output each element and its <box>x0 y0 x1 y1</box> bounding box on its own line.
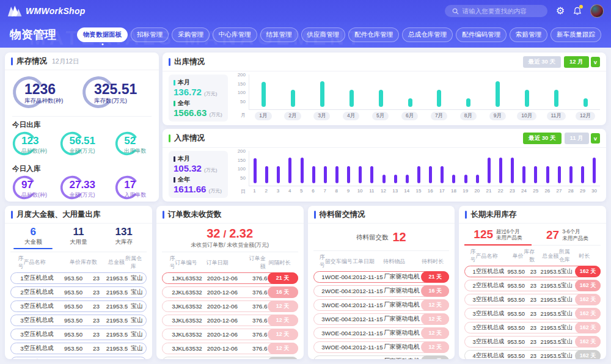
tab-big-amount[interactable]: 6 大金额 <box>10 227 56 252</box>
x-label: 11月 <box>541 112 571 120</box>
table-row[interactable]: 4空压机总成953.502321953.5宝山 <box>10 357 147 359</box>
table-cell: 厂家驱动电机 <box>384 357 421 359</box>
x-axis-unit: 日 <box>233 188 249 195</box>
table-row[interactable]: 3JKL635322020-12-06376.612 天 <box>162 315 298 326</box>
table-row[interactable]: 3WOE-00412012-11-15厂家驱动电机12 天 <box>313 299 450 311</box>
x-label: 20 <box>471 188 483 195</box>
nav-tab-10[interactable]: 索赔管理 <box>510 27 547 42</box>
duration-badge: 12 天 <box>268 300 298 312</box>
nav-tab-9[interactable]: 配件编码管理 <box>456 27 507 42</box>
notifications-bell-icon[interactable] <box>573 7 582 16</box>
column-header: 序号 <box>15 255 23 271</box>
user-avatar[interactable] <box>590 4 604 18</box>
table-row[interactable]: 1WOE-00412012-11-15厂家驱动电机21 天 <box>313 271 450 283</box>
nav-tab-1[interactable]: 物资数据面板 <box>77 27 128 42</box>
tab-3-6-months[interactable]: 27 3-6个月未用产品类 <box>534 228 601 245</box>
outbound-today-stats: 123品种数(种)56.51金额(万元)52出库单数 <box>12 131 152 161</box>
table-row[interactable]: 1空压机总成953.502321953.5宝山162 天 <box>464 266 601 277</box>
duration-badge: 12 天 <box>268 329 298 340</box>
stat-tick <box>174 101 175 106</box>
table-row[interactable]: 4空压机总成953.502321953.5宝山162 天 <box>464 350 601 359</box>
big-outbound-card: 月度大金额、大用量出库 6 大金额 11 大用量 131 大库存 <box>5 206 152 359</box>
duration-badge: 16 天 <box>421 285 449 297</box>
table-row[interactable]: 3JKL635322020-12-06376.612 天 <box>162 343 298 354</box>
nav-tab-4[interactable]: 中心库管理 <box>213 27 257 42</box>
table-cell: 953.50 <box>57 345 82 352</box>
table-cell: 3 <box>15 317 24 324</box>
x-label: 2 <box>260 188 272 195</box>
month-select-button[interactable]: 11 月 <box>565 133 589 144</box>
table-row[interactable]: 3空压机总成953.502321953.5宝山 <box>10 315 147 326</box>
table-cell: 厂家驱动电机 <box>384 315 421 323</box>
table-cell: 376.6 <box>246 317 267 324</box>
notification-dot <box>579 5 583 9</box>
column-header: 总金额 <box>535 252 558 260</box>
nav-tab-8[interactable]: 总成仓库管理 <box>402 27 453 42</box>
table-cell: 1 <box>15 275 24 282</box>
table-row[interactable]: 4WOE-00412012-11-15厂家驱动电机12 天 <box>313 355 450 359</box>
table-row[interactable]: 3空压机总成953.502321953.5宝山162 天 <box>464 294 601 305</box>
month-stat-unit: (万元) <box>204 167 217 173</box>
tab-over-6-months[interactable]: 125 超过6个月未用产品类 <box>464 228 531 246</box>
settings-gear-icon[interactable]: ⚙ <box>556 6 565 16</box>
search-icon <box>452 8 459 15</box>
y-tick: 50 <box>240 99 246 104</box>
card-title: 待料留交情况 <box>320 209 365 220</box>
table-row[interactable]: 3WOE-00412012-11-15厂家驱动电机12 天 <box>313 341 450 353</box>
table-cell: 3 <box>318 344 325 351</box>
card-accent <box>11 211 13 219</box>
pending-material-card: 待料留交情况 待料留交数 12 序号留交车编号工单日期待料物品待料时长1WOE-… <box>308 206 455 359</box>
table-cell: 空压机总成 <box>24 288 58 296</box>
table-row[interactable]: 3空压机总成953.502321953.5宝山 <box>10 329 147 340</box>
nav-tab-3[interactable]: 采购管理 <box>172 27 210 42</box>
table-row[interactable]: 3空压机总成953.502321953.5宝山162 天 <box>464 336 601 348</box>
tab-big-usage[interactable]: 11 大用量 <box>56 227 101 252</box>
tab-label-line1: 3-6个月 <box>562 228 580 235</box>
month-dropdown-caret[interactable]: v <box>591 57 600 67</box>
table-cell: 1 <box>166 275 175 282</box>
month-dropdown-caret[interactable]: v <box>591 133 600 144</box>
stat: 56.51金额(万元) <box>60 131 115 161</box>
unused-tabs: 125 超过6个月未用产品类 27 3-6个月未用产品类 <box>464 224 601 246</box>
table-row[interactable]: 2空压机总成953.502321953.5宝山162 天 <box>464 280 601 291</box>
stat-separator: / <box>223 228 226 240</box>
nav-tab-11[interactable]: 新车质量跟踪 <box>551 27 601 42</box>
nav-tab-7[interactable]: 配件仓库管理 <box>348 27 399 42</box>
table-cell: JKL63532 <box>175 303 207 310</box>
table-row[interactable]: 3空压机总成953.502321953.5宝山 <box>10 300 147 312</box>
table-row[interactable]: 3JKL635322020-12-06376.612 天 <box>162 329 298 340</box>
table-row[interactable]: 2WOE-00412012-11-15厂家驱动电机16 天 <box>313 285 450 297</box>
nav-tab-5[interactable]: 结算管理 <box>260 27 298 42</box>
duration-badge: 12 天 <box>421 355 449 359</box>
card-accent <box>163 211 164 219</box>
table-row[interactable]: 3WOE-00412012-11-15厂家驱动电机12 天 <box>313 313 450 325</box>
table-row[interactable]: 4JKL635322020-12-06376.612 天 <box>162 357 298 359</box>
nav-tab-6[interactable]: 供应商管理 <box>301 27 346 42</box>
stat: 123品种数(种) <box>12 131 60 161</box>
x-label: 12 <box>378 188 389 195</box>
x-label: 19 <box>459 188 471 195</box>
table-row[interactable]: 2JKL635322020-12-06376.616 天 <box>162 286 298 298</box>
table-cell: 宝山 <box>128 288 146 296</box>
table-row[interactable]: 3空压机总成953.502321953.5宝山162 天 <box>464 322 601 333</box>
recent-30-days-button[interactable]: 最近 30 天 <box>523 56 561 68</box>
month-select-button[interactable]: 12 月 <box>564 56 589 68</box>
table-row[interactable]: 3空压机总成953.502321953.5宝山 <box>10 343 147 354</box>
table-row[interactable]: 3WOE-00412012-11-15厂家驱动电机12 天 <box>313 327 450 339</box>
table-cell: 2020-12-06 <box>207 331 246 338</box>
table-row[interactable]: 3JKL635322020-12-06376.612 天 <box>162 300 298 312</box>
search-input[interactable] <box>463 7 536 15</box>
chart-bar <box>335 166 338 183</box>
tab-big-stock[interactable]: 131 大库存 <box>101 227 147 252</box>
search-box[interactable] <box>445 5 547 17</box>
table-row[interactable]: 1JKL635322020-12-06376.621 天 <box>162 272 298 284</box>
duration-badge: 162 天 <box>575 322 601 333</box>
table-row[interactable]: 1空压机总成953.502321953.5宝山 <box>10 272 147 284</box>
table-cell: 3 <box>15 303 24 310</box>
table-row[interactable]: 3空压机总成953.502321953.5宝山162 天 <box>464 308 601 319</box>
table-row[interactable]: 2空压机总成953.502321953.5宝山 <box>10 286 147 298</box>
recent-30-days-button[interactable]: 最近 30 天 <box>523 133 561 144</box>
duration-badge: 21 天 <box>421 271 449 283</box>
chart-bar <box>558 166 561 183</box>
nav-tab-2[interactable]: 招标管理 <box>131 27 169 42</box>
